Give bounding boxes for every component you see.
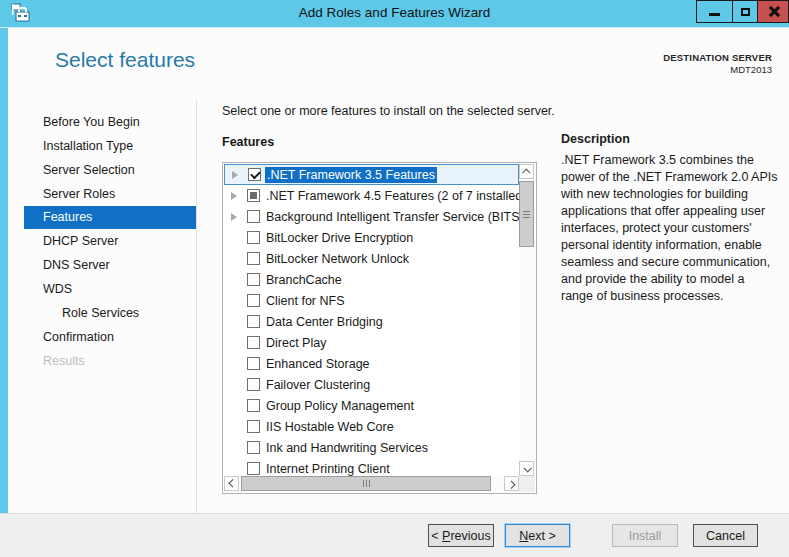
- previous-rest: revious: [450, 529, 490, 543]
- checkbox-indeterminate[interactable]: [247, 189, 260, 202]
- chevron-up-icon: [522, 168, 530, 176]
- feature-row[interactable]: Enhanced Storage: [224, 353, 519, 374]
- feature-row[interactable]: Ink and Handwriting Services: [224, 437, 519, 458]
- sidebar-item-dns-server[interactable]: DNS Server: [8, 253, 196, 277]
- scroll-right-button[interactable]: [504, 476, 519, 491]
- feature-row[interactable]: BitLocker Drive Encryption: [224, 227, 519, 248]
- checkbox-unchecked[interactable]: [247, 462, 260, 475]
- checkbox-unchecked[interactable]: [247, 378, 260, 391]
- sidebar-item-results: Results: [8, 349, 196, 373]
- maximize-icon: [741, 8, 750, 16]
- checkbox-unchecked[interactable]: [247, 399, 260, 412]
- cancel-button-label: Cancel: [706, 529, 745, 543]
- checkbox-unchecked[interactable]: [247, 294, 260, 307]
- previous-button[interactable]: < Previous: [428, 524, 494, 547]
- feature-label: IIS Hostable Web Core: [266, 420, 394, 434]
- feature-row[interactable]: .NET Framework 3.5 Features: [224, 164, 519, 185]
- scroll-down-button[interactable]: [519, 461, 534, 476]
- checkbox-unchecked[interactable]: [247, 336, 260, 349]
- destination-server-name: MDT2013: [663, 64, 772, 76]
- horizontal-scrollbar[interactable]: [224, 476, 519, 492]
- sidebar-item-before-you-begin[interactable]: Before You Begin: [8, 110, 196, 134]
- destination-server-block: DESTINATION SERVER MDT2013: [663, 52, 772, 76]
- feature-row[interactable]: Internet Printing Client: [224, 458, 519, 476]
- feature-row[interactable]: Failover Clustering: [224, 374, 519, 395]
- checkbox-unchecked[interactable]: [247, 252, 260, 265]
- feature-label: Group Policy Management: [266, 399, 414, 413]
- horizontal-scroll-thumb[interactable]: [241, 476, 491, 491]
- install-button-label: Install: [629, 529, 662, 543]
- thumb-grip: [363, 480, 364, 487]
- feature-row[interactable]: BitLocker Network Unlock: [224, 248, 519, 269]
- description-title: Description: [561, 132, 630, 146]
- checkbox-checked[interactable]: [248, 168, 261, 181]
- window-title: Add Roles and Features Wizard: [0, 0, 789, 28]
- feature-row[interactable]: IIS Hostable Web Core: [224, 416, 519, 437]
- sidebar-item-features[interactable]: Features: [24, 206, 196, 229]
- sidebar-item-role-services[interactable]: Role Services: [8, 301, 196, 325]
- thumb-grip: [366, 480, 367, 487]
- destination-server-label: DESTINATION SERVER: [663, 52, 772, 64]
- wizard-steps-nav: Before You BeginInstallation TypeServer …: [8, 110, 196, 373]
- next-rest: ext >: [528, 529, 555, 543]
- vertical-scrollbar[interactable]: [519, 164, 535, 476]
- scroll-left-button[interactable]: [224, 476, 239, 491]
- minimize-icon: [709, 13, 720, 16]
- scrollbar-corner: [519, 476, 535, 492]
- minimize-button[interactable]: [696, 0, 733, 23]
- feature-row[interactable]: Direct Play: [224, 332, 519, 353]
- expander-icon[interactable]: [232, 171, 238, 179]
- checkbox-unchecked[interactable]: [247, 441, 260, 454]
- window-controls: [697, 0, 789, 23]
- feature-row[interactable]: .NET Framework 4.5 Features (2 of 7 inst…: [224, 185, 519, 206]
- next-button[interactable]: Next >: [505, 524, 570, 547]
- sidebar-item-server-selection[interactable]: Server Selection: [8, 158, 196, 182]
- feature-row[interactable]: Group Policy Management: [224, 395, 519, 416]
- feature-label: Client for NFS: [266, 294, 345, 308]
- sidebar-item-wds[interactable]: WDS: [8, 277, 196, 301]
- thumb-grip: [523, 211, 530, 212]
- feature-label: BranchCache: [266, 273, 342, 287]
- checkbox-unchecked[interactable]: [247, 231, 260, 244]
- chevron-down-icon: [523, 464, 531, 472]
- vertical-scroll-thumb[interactable]: [519, 181, 534, 247]
- description-text: .NET Framework 3.5 combines the power of…: [561, 152, 779, 305]
- wizard-window: Add Roles and Features Wizard Select fea…: [0, 0, 789, 557]
- instruction-text: Select one or more features to install o…: [222, 104, 555, 118]
- close-button[interactable]: [757, 0, 789, 23]
- cancel-button[interactable]: Cancel: [693, 524, 758, 547]
- expander-icon[interactable]: [231, 192, 237, 200]
- sidebar-item-server-roles[interactable]: Server Roles: [8, 182, 196, 206]
- title-bar: Add Roles and Features Wizard: [0, 0, 789, 28]
- feature-label: Direct Play: [266, 336, 326, 350]
- checkbox-unchecked[interactable]: [247, 357, 260, 370]
- feature-row[interactable]: BranchCache: [224, 269, 519, 290]
- feature-row[interactable]: Background Intelligent Transfer Service …: [224, 206, 519, 227]
- checkbox-unchecked[interactable]: [247, 210, 260, 223]
- expander-icon[interactable]: [231, 213, 237, 221]
- feature-row[interactable]: Data Center Bridging: [224, 311, 519, 332]
- feature-label: Data Center Bridging: [266, 315, 383, 329]
- feature-row[interactable]: Client for NFS: [224, 290, 519, 311]
- feature-label: .NET Framework 3.5 Features: [265, 167, 437, 183]
- sidebar-item-confirmation[interactable]: Confirmation: [8, 325, 196, 349]
- install-button: Install: [612, 524, 678, 547]
- feature-label: BitLocker Drive Encryption: [266, 231, 413, 245]
- thumb-grip: [523, 214, 530, 215]
- page-title: Select features: [55, 48, 195, 72]
- feature-label: .NET Framework 4.5 Features (2 of 7 inst…: [266, 189, 519, 203]
- feature-label: Ink and Handwriting Services: [266, 441, 428, 455]
- close-icon: [768, 6, 779, 17]
- scroll-up-button[interactable]: [519, 164, 534, 179]
- checkbox-unchecked[interactable]: [247, 420, 260, 433]
- sidebar-item-installation-type[interactable]: Installation Type: [8, 134, 196, 158]
- feature-label: Enhanced Storage: [266, 357, 370, 371]
- sidebar-item-dhcp-server[interactable]: DHCP Server: [8, 229, 196, 253]
- checkbox-unchecked[interactable]: [247, 273, 260, 286]
- checkbox-unchecked[interactable]: [247, 315, 260, 328]
- maximize-button[interactable]: [732, 0, 758, 23]
- thumb-grip: [523, 217, 530, 218]
- feature-label: Failover Clustering: [266, 378, 370, 392]
- previous-button-label: <: [431, 529, 442, 543]
- sidebar-divider: [196, 100, 197, 513]
